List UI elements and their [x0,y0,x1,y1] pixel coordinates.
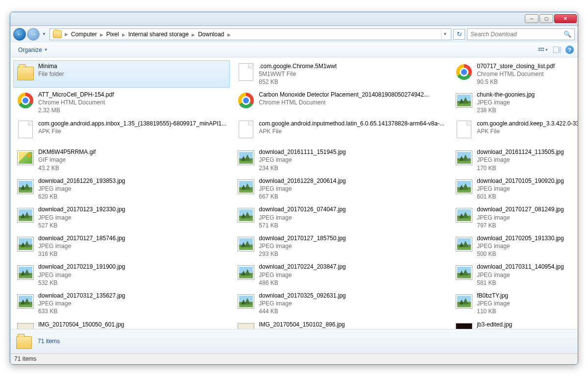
chevron-right-icon[interactable]: ▶ [99,32,104,37]
chevron-down-icon: ▼ [44,48,48,52]
nav-bar: ← → ▼ ▶ Computer▶Pixel▶Internal shared s… [10,26,578,43]
help-button[interactable]: ? [565,46,574,54]
file-item[interactable]: download_20170312_135627.jpgJPEG image63… [13,290,230,318]
chevron-right-icon[interactable]: ▶ [64,32,69,37]
file-name: com.google.android.apps.inbox_1.35_(1388… [38,120,226,127]
view-options-button[interactable]: ▼ [538,45,549,55]
file-item[interactable]: Carbon Monoxide Detector Placement_20140… [234,89,448,117]
file-item[interactable]: download_20170127_185750.jpgJPEG image29… [234,232,448,260]
file-size: 444 KB [259,307,444,315]
search-input[interactable] [470,31,564,38]
file-info: download_20170123_192330.jpgJPEG image52… [38,205,226,229]
maximize-button[interactable]: ▢ [539,14,553,23]
file-name: download_20170105_190920.jpg [477,177,578,185]
file-item[interactable]: DKM6W4P5RRMA.gifGIF image43.2 KB [13,146,230,174]
chevron-right-icon[interactable]: ▶ [121,32,126,37]
back-button[interactable]: ← [13,28,26,41]
file-item[interactable]: .com.google.Chrome.5M1wwt5M1WWT File852 … [234,60,448,88]
file-type: APK File [477,127,578,135]
file-info: Carbon Monoxide Detector Placement_20140… [259,91,444,106]
jpeg-icon [17,293,34,310]
chrome-icon [455,63,473,81]
file-item[interactable]: download_20161124_113505.jpgJPEG image17… [452,146,578,174]
breadcrumb-pixel[interactable]: Pixel [104,31,121,38]
file-name: download_20170325_092631.jpg [259,292,444,300]
file-item[interactable]: download_20170219_191900.jpgJPEG image53… [13,261,230,289]
photo1-icon [237,322,255,329]
file-info: download_20161124_113505.jpgJPEG image17… [477,148,578,172]
file-info: download_20170219_191900.jpgJPEG image53… [38,263,226,287]
file-item[interactable]: com.google.android.keep_3.3.422.0-334220… [452,118,578,146]
file-item[interactable]: MinimaFile folder [13,60,230,88]
file-size: 633 KB [38,307,226,315]
file-name: fB0bzTY.jpg [477,292,578,300]
chevron-right-icon[interactable]: ▶ [191,32,196,37]
file-item[interactable]: ATT_MicroCell_DPH-154.pdfChrome HTML Doc… [13,89,230,117]
file-item[interactable]: download_20161228_200614.jpgJPEG image66… [234,175,448,203]
file-item[interactable]: fB0bzTY.jpgJPEG image110 KB [452,290,578,318]
jpeg-icon [455,206,473,224]
address-bar[interactable]: ▶ Computer▶Pixel▶Internal shared storage… [49,28,451,40]
search-box[interactable]: 🔍 [467,28,575,40]
file-item[interactable]: download_20170325_092631.jpgJPEG image44… [234,290,448,318]
file-size: 852 KB [259,78,444,86]
titlebar[interactable]: ─ ▢ ✕ [10,12,578,26]
file-item[interactable]: com.google.android.inputmethod.latin_6.0… [234,118,448,146]
file-item[interactable]: 070717_store_closing_list.pdfChrome HTML… [452,60,578,88]
file-item[interactable]: download_20170205_191330.jpgJPEG image50… [452,232,578,260]
file-item[interactable]: jb3-edited.jpgJPEG image5.05 MB [452,319,578,329]
file-name: Carbon Monoxide Detector Placement_20140… [259,91,444,99]
minimize-button[interactable]: ─ [525,14,539,23]
file-size: 170 KB [477,164,578,172]
file-info: ATT_MicroCell_DPH-154.pdfChrome HTML Doc… [38,91,226,115]
refresh-button[interactable]: ↻ [453,29,465,40]
file-size: 500 KB [477,250,578,258]
file-name: download_20170127_185746.jpg [38,234,226,242]
file-info: download_20170311_140954.jpgJPEG image58… [477,263,578,287]
file-type: JPEG image [477,185,578,193]
file-size: 581 KB [477,279,578,287]
search-icon[interactable]: 🔍 [564,30,571,38]
file-item[interactable]: download_20170105_190920.jpgJPEG image60… [452,175,578,203]
file-info: download_20170105_190920.jpgJPEG image60… [477,177,578,201]
file-item[interactable]: download_20170123_192330.jpgJPEG image52… [13,203,230,231]
file-item[interactable]: download_20161226_193853.jpgJPEG image62… [13,175,230,203]
file-item[interactable]: chunk-the-goonies.jpgJPEG image238 KB [452,89,578,117]
jpeg-icon [455,149,473,167]
forward-button[interactable]: → [27,28,40,41]
nav-history-dropdown[interactable]: ▼ [41,31,48,38]
breadcrumb-download[interactable]: Download [196,31,226,38]
file-item[interactable]: download_20170311_140954.jpgJPEG image58… [452,261,578,289]
file-size: 527 KB [38,222,226,229]
file-list-pane[interactable]: MinimaFile folder.com.google.Chrome.5M1w… [10,57,578,329]
file-info: download_20161228_200614.jpgJPEG image66… [259,177,444,201]
preview-pane-button[interactable] [552,45,563,55]
file-info: download_20170127_185746.jpgJPEG image31… [38,234,226,258]
chevron-right-icon[interactable]: ▶ [226,32,232,37]
file-info: fB0bzTY.jpgJPEG image110 KB [477,292,578,316]
file-name: download_20170311_140954.jpg [477,263,578,271]
file-item[interactable]: IMG_20170504_150050_601.jpgJPEG image2.0… [13,319,230,329]
jpeg-icon [17,235,34,253]
file-item[interactable]: com.google.android.apps.inbox_1.35_(1388… [13,118,230,146]
organize-button[interactable]: Organize ▼ [14,45,52,55]
file-item[interactable]: download_20170126_074047.jpgJPEG image57… [234,203,448,231]
file-item[interactable]: IMG_20170504_150102_896.jpgJPEG image2.1… [234,319,448,329]
file-item[interactable]: download_20170224_203847.jpgJPEG image48… [234,261,448,289]
file-item[interactable]: download_20161111_151945.jpgJPEG image23… [234,146,448,174]
breadcrumb-computer[interactable]: Computer [69,31,99,38]
file-item[interactable]: download_20170127_081249.jpgJPEG image79… [452,203,578,231]
file-info: download_20170205_191330.jpgJPEG image50… [477,234,578,258]
file-item[interactable]: download_20170127_185746.jpgJPEG image31… [13,232,230,260]
file-type: Chrome HTML Document [38,99,226,106]
file-size: 797 KB [477,222,578,229]
file-type: JPEG image [38,185,226,193]
close-button[interactable]: ✕ [554,14,577,23]
breadcrumb-internal-shared-storage[interactable]: Internal shared storage [126,31,191,38]
file-type: JPEG image [259,214,444,222]
file-size: 601 KB [477,193,578,201]
file-size: 316 KB [38,250,226,258]
file-info: .com.google.Chrome.5M1wwt5M1WWT File852 … [259,62,444,86]
jpeg-icon [455,92,473,109]
address-dropdown[interactable]: ▼ [441,29,449,39]
